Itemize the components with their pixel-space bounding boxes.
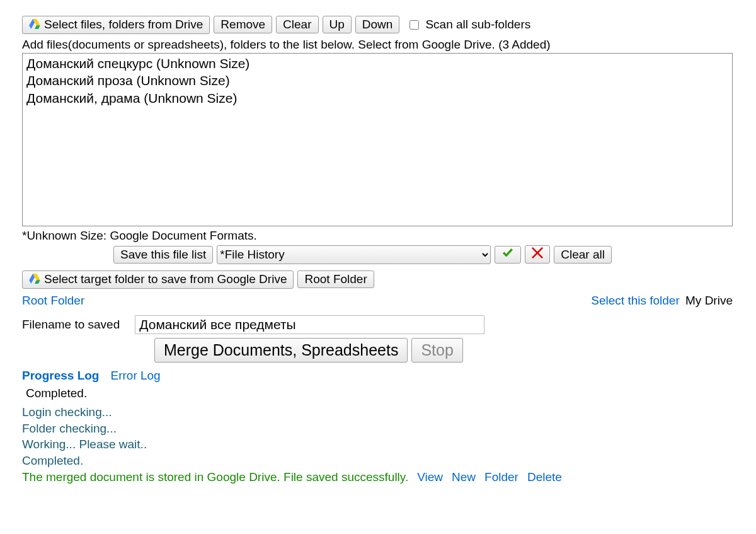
log-line: Login checking... (22, 404, 734, 421)
up-button[interactable]: Up (323, 16, 352, 33)
scan-subfolders-checkbox[interactable] (410, 20, 419, 30)
success-message: The merged document is stored in Google … (22, 470, 408, 484)
top-toolbar: Select files, folders from Drive Remove … (22, 16, 734, 34)
select-this-folder-link[interactable]: Select this folder (591, 294, 679, 307)
target-folder-row: Select target folder to save from Google… (22, 270, 734, 289)
stop-button[interactable]: Stop (411, 338, 462, 363)
google-drive-icon (29, 273, 40, 287)
root-folder-button[interactable]: Root Folder (297, 270, 374, 288)
cancel-button[interactable] (525, 245, 550, 264)
view-link[interactable]: View (417, 470, 443, 484)
file-list[interactable]: Доманский спецкурс (Unknown Size) Доманс… (22, 53, 733, 226)
scan-subfolders-label: Scan all sub-folders (425, 18, 530, 32)
check-icon (501, 248, 514, 258)
svg-marker-4 (35, 280, 40, 284)
x-icon (532, 247, 543, 258)
log-tabs: Progress Log Error Log (22, 369, 734, 383)
folder-path-right: Select this folder My Drive (591, 294, 733, 308)
log-line: Completed. (22, 453, 734, 469)
folder-path-row: Root Folder Select this folder My Drive (22, 294, 733, 308)
confirm-button[interactable] (495, 246, 521, 264)
select-target-folder-label: Select target folder to save from Google… (44, 272, 287, 286)
my-drive-label: My Drive (685, 294, 733, 307)
svg-marker-1 (35, 25, 40, 29)
list-item[interactable]: Доманский спецкурс (Unknown Size) (26, 55, 728, 72)
merge-row: Merge Documents, Spreadsheets Stop (154, 338, 734, 363)
root-folder-link[interactable]: Root Folder (22, 294, 84, 308)
unknown-size-note: *Unknown Size: Google Document Formats. (22, 229, 734, 243)
status-text: Completed. (26, 386, 734, 400)
filename-row: Filename to saved (22, 315, 734, 334)
select-files-label: Select files, folders from Drive (44, 18, 203, 31)
folder-link[interactable]: Folder (484, 470, 518, 484)
delete-link[interactable]: Delete (527, 470, 562, 484)
tab-error-log[interactable]: Error Log (110, 369, 160, 383)
instruction-text: Add files(documents or spreadsheets), fo… (22, 38, 734, 52)
google-drive-icon (29, 18, 40, 32)
filename-label: Filename to saved (22, 318, 120, 332)
select-target-folder-button[interactable]: Select target folder to save from Google… (22, 270, 294, 289)
save-file-list-button[interactable]: Save this file list (113, 246, 213, 264)
file-history-select[interactable]: *File History (217, 245, 491, 264)
new-link[interactable]: New (452, 470, 476, 484)
clear-button[interactable]: Clear (276, 16, 318, 33)
remove-button[interactable]: Remove (214, 16, 272, 33)
success-row: The merged document is stored in Google … (22, 470, 734, 484)
merge-button[interactable]: Merge Documents, Spreadsheets (154, 338, 408, 363)
log-line: Working... Please wait.. (22, 436, 734, 453)
progress-log: Login checking... Folder checking... Wor… (22, 404, 734, 469)
tab-progress-log[interactable]: Progress Log (22, 369, 99, 383)
save-list-row: Save this file list *File History Clear … (113, 245, 734, 264)
down-button[interactable]: Down (355, 16, 400, 33)
list-item[interactable]: Доманский проза (Unknown Size) (26, 72, 728, 89)
filename-input[interactable] (135, 315, 484, 334)
clear-all-button[interactable]: Clear all (554, 246, 612, 264)
select-files-button[interactable]: Select files, folders from Drive (22, 16, 210, 34)
list-item[interactable]: Доманский, драма (Unknown Size) (26, 90, 728, 107)
log-line: Folder checking... (22, 421, 734, 437)
